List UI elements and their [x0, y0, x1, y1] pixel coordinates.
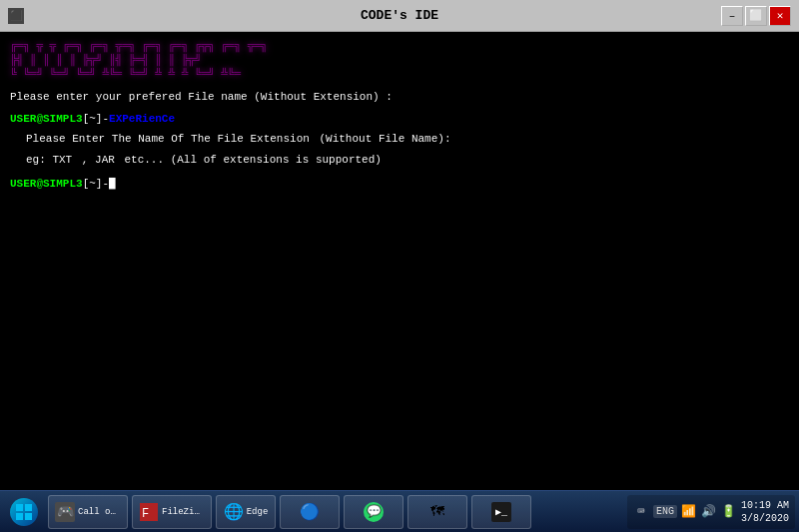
- title-bar: ⬛ CODE's IDE – ⬜ ✕: [0, 0, 799, 32]
- taskbar-app-filezilla[interactable]: F FileZilla: [132, 495, 212, 529]
- eg-separator: ,: [82, 154, 95, 166]
- eg-jar-value: JAR: [95, 154, 115, 166]
- title-bar-left: ⬛: [8, 8, 24, 24]
- taskbar-app-icon-edge: 🌐: [224, 502, 244, 522]
- prompt-arrow-2: -: [102, 176, 109, 193]
- prompt-user-1: USER@SIMPL3: [10, 111, 83, 128]
- windows-icon: [10, 498, 38, 526]
- window-controls: – ⬜ ✕: [721, 6, 791, 26]
- tray-clock: 10:19 AM 3/8/2020: [741, 499, 789, 525]
- start-button[interactable]: [4, 495, 44, 529]
- file-name-prompt-line: Please enter your prefered File name (Wi…: [10, 89, 789, 107]
- system-tray: ⌨ ENG 📶 🔊 🔋 10:19 AM 3/8/2020: [627, 495, 795, 529]
- taskbar-app-maps[interactable]: 🗺: [407, 495, 467, 529]
- maximize-button[interactable]: ⬜: [745, 6, 767, 26]
- tray-battery-icon[interactable]: 🔋: [721, 504, 737, 520]
- prompt-bracket-close-2: ]: [96, 176, 103, 193]
- svg-rect-3: [25, 513, 32, 520]
- taskbar-app-chrome[interactable]: 🔵: [280, 495, 340, 529]
- tray-time-value: 10:19 AM: [741, 499, 789, 512]
- taskbar-app-icon-whatsapp: 💬: [364, 502, 384, 522]
- extension-info-line: Please Enter The Name Of The File Extens…: [26, 129, 789, 149]
- app-icon: ⬛: [8, 8, 24, 24]
- taskbar-app-whatsapp[interactable]: 💬: [344, 495, 403, 529]
- taskbar-app-cod[interactable]: 🎮 Call of Du...: [48, 495, 128, 529]
- eg-line: eg: TXT , JAR etc... (All of extensions …: [26, 150, 789, 170]
- taskbar: 🎮 Call of Du... F FileZilla 🌐 Edge 🔵 💬 🗺…: [0, 490, 799, 532]
- taskbar-app-icon-cod: 🎮: [55, 502, 75, 522]
- taskbar-app-icon-filezilla: F: [139, 502, 159, 522]
- taskbar-app-label-cod: Call of Du...: [78, 507, 121, 517]
- taskbar-app-label-filezilla: FileZilla: [162, 507, 205, 517]
- tray-language[interactable]: ENG: [653, 505, 677, 518]
- tray-network-icon[interactable]: 📶: [681, 504, 697, 520]
- prompt-arrow-1: -: [102, 111, 109, 128]
- eg-label: eg:: [26, 154, 52, 166]
- eg-rest-text: etc... (All of extensions is supported): [124, 154, 381, 166]
- prompt-cursor: █: [109, 176, 116, 193]
- taskbar-app-label-edge: Edge: [247, 507, 269, 517]
- taskbar-app-icon-chrome: 🔵: [300, 502, 320, 522]
- prompt-bracket-close-1: ]: [96, 111, 103, 128]
- close-button[interactable]: ✕: [769, 6, 791, 26]
- prompt-line-2: USER@SIMPL3 [ ~ ] - █: [10, 176, 789, 193]
- prompt-bracket-open-1: [: [83, 111, 90, 128]
- svg-rect-1: [25, 504, 32, 511]
- tray-keyboard-icon[interactable]: ⌨: [633, 504, 649, 520]
- tray-volume-icon[interactable]: 🔊: [701, 504, 717, 520]
- prompt-user-2: USER@SIMPL3: [10, 176, 83, 193]
- extension-info-highlight: File Extension: [217, 133, 309, 145]
- extension-info-suffix: (Without File Name):: [319, 133, 450, 145]
- file-name-prompt-text: Please enter your prefered File name (Wi…: [10, 91, 393, 103]
- window-title: CODE's IDE: [361, 8, 438, 23]
- taskbar-app-edge[interactable]: 🌐 Edge: [216, 495, 276, 529]
- prompt-input-text: EXPeRienCe: [109, 111, 175, 128]
- ascii-art-title: ╔═╗ ╦ ╦ ╔═╗ ╔═╗ ╦═╗ ╔═╗ ╔═╗ ╔╦╗ ╔═╗ ╦═╗ …: [10, 40, 789, 81]
- prompt-bracket-open-2: [: [83, 176, 90, 193]
- eg-txt-value: TXT: [52, 154, 72, 166]
- prompt-tilde-2: ~: [89, 176, 96, 193]
- minimize-button[interactable]: –: [721, 6, 743, 26]
- taskbar-app-icon-maps: 🗺: [427, 502, 447, 522]
- prompt-tilde-1: ~: [89, 111, 96, 128]
- svg-rect-0: [16, 504, 23, 511]
- svg-rect-2: [16, 513, 23, 520]
- terminal-window: ╔═╗ ╦ ╦ ╔═╗ ╔═╗ ╦═╗ ╔═╗ ╔═╗ ╔╦╗ ╔═╗ ╦═╗ …: [0, 32, 799, 490]
- prompt-line-1: USER@SIMPL3 [ ~ ] - EXPeRienCe: [10, 111, 789, 128]
- tray-date-value: 3/8/2020: [741, 512, 789, 525]
- svg-text:F: F: [142, 507, 149, 521]
- taskbar-app-terminal[interactable]: ▶_: [471, 495, 531, 529]
- extension-info-main: Please Enter The Name Of The: [26, 133, 217, 145]
- taskbar-app-icon-terminal: ▶_: [491, 502, 511, 522]
